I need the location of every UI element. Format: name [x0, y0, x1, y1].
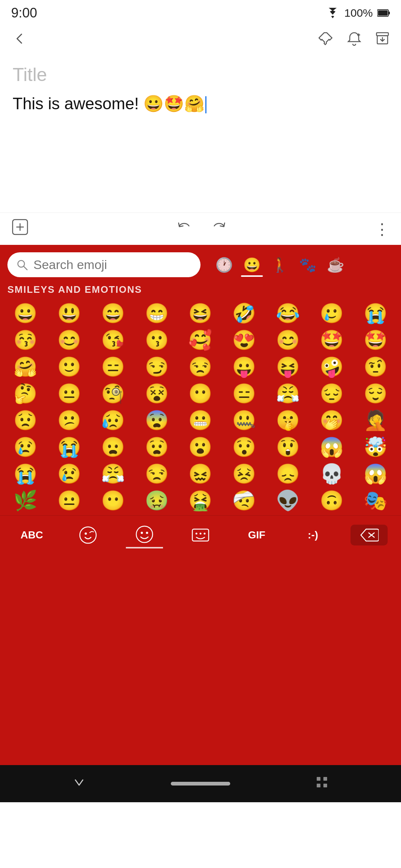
list-item[interactable]: 🤮: [179, 487, 222, 514]
nav-back-button[interactable]: [72, 775, 87, 793]
redo-button[interactable]: [211, 218, 228, 239]
list-item[interactable]: 🙃: [310, 487, 353, 514]
cat-tab-smileys[interactable]: 😀: [238, 254, 266, 276]
list-item[interactable]: 😣: [222, 460, 266, 487]
cat-tab-recent[interactable]: 🕐: [210, 254, 238, 276]
list-item[interactable]: 😂: [266, 300, 310, 327]
list-item[interactable]: 🤨: [353, 353, 397, 380]
list-item[interactable]: 😑: [222, 380, 266, 407]
switch-to-abc-button[interactable]: ABC: [13, 526, 50, 544]
list-item[interactable]: 👽: [266, 487, 310, 514]
list-item[interactable]: 🤕: [222, 487, 266, 514]
list-item[interactable]: 😛: [222, 353, 266, 380]
note-body[interactable]: This is awesome! 😀🤩🤗: [13, 92, 388, 115]
list-item[interactable]: 😘: [91, 327, 135, 353]
cat-tab-food[interactable]: ☕: [322, 254, 349, 276]
list-item[interactable]: 🤪: [310, 353, 353, 380]
back-button[interactable]: [11, 32, 26, 49]
list-item[interactable]: 😭: [353, 300, 397, 327]
list-item[interactable]: 😊: [48, 327, 91, 353]
list-item[interactable]: 🙂: [48, 353, 91, 380]
list-item[interactable]: 😵: [135, 380, 179, 407]
list-item[interactable]: 😶: [179, 380, 222, 407]
list-item[interactable]: 😆: [179, 300, 222, 327]
search-emoji-input[interactable]: [33, 258, 192, 272]
list-item[interactable]: 😁: [135, 300, 179, 327]
list-item[interactable]: 😭: [48, 434, 91, 460]
backspace-button[interactable]: [351, 525, 388, 545]
list-item[interactable]: 😤: [91, 460, 135, 487]
list-item[interactable]: 🌿: [4, 487, 48, 514]
list-item[interactable]: 😔: [310, 380, 353, 407]
list-item[interactable]: 😥: [91, 407, 135, 434]
list-item[interactable]: 😍: [222, 327, 266, 353]
note-title-placeholder[interactable]: Title: [13, 64, 388, 85]
list-item[interactable]: 😗: [135, 327, 179, 353]
list-item[interactable]: 😊: [266, 327, 310, 353]
list-item[interactable]: 😯: [222, 434, 266, 460]
list-item[interactable]: 😃: [48, 300, 91, 327]
list-item[interactable]: 🤣: [222, 300, 266, 327]
list-item[interactable]: 😶: [91, 487, 135, 514]
list-item[interactable]: 😏: [135, 353, 179, 380]
list-item[interactable]: 🤢: [135, 487, 179, 514]
nav-recents-button[interactable]: [314, 775, 329, 793]
nav-home-pill[interactable]: [171, 782, 230, 786]
list-item[interactable]: 😱: [310, 434, 353, 460]
list-item[interactable]: 😝: [266, 353, 310, 380]
list-item[interactable]: 🤯: [353, 434, 397, 460]
list-item[interactable]: 😑: [91, 353, 135, 380]
list-item[interactable]: 😞: [266, 460, 310, 487]
list-item[interactable]: 🥰: [179, 327, 222, 353]
list-item[interactable]: 😧: [135, 434, 179, 460]
cat-tab-animals[interactable]: 🐾: [294, 254, 322, 276]
list-item[interactable]: 💀: [310, 460, 353, 487]
cat-tab-people[interactable]: 🚶: [266, 254, 294, 276]
list-item[interactable]: 🤩: [353, 327, 397, 353]
list-item[interactable]: 😀: [4, 300, 48, 327]
list-item[interactable]: 😐: [48, 487, 91, 514]
edit-toolbar-left: [11, 218, 29, 240]
emoji-keyboard-button[interactable]: [182, 522, 219, 548]
list-item[interactable]: 🤦: [353, 407, 397, 434]
archive-icon[interactable]: [375, 31, 390, 50]
list-item[interactable]: 😚: [4, 327, 48, 353]
pin-icon[interactable]: [319, 31, 333, 50]
list-item[interactable]: 🎭: [353, 487, 397, 514]
sticker-button[interactable]: [69, 522, 107, 548]
list-item[interactable]: 😄: [91, 300, 135, 327]
list-item[interactable]: 😢: [48, 460, 91, 487]
list-item[interactable]: 🤐: [222, 407, 266, 434]
list-item[interactable]: 🤗: [4, 353, 48, 380]
list-item[interactable]: 🤭: [310, 407, 353, 434]
search-input-wrapper[interactable]: [7, 252, 200, 277]
list-item[interactable]: 😒: [135, 460, 179, 487]
list-item[interactable]: 😦: [91, 434, 135, 460]
list-item[interactable]: 😱: [353, 460, 397, 487]
list-item[interactable]: 😢: [4, 434, 48, 460]
list-item[interactable]: 😖: [179, 460, 222, 487]
emoji-button[interactable]: [126, 522, 163, 548]
more-options-button[interactable]: ⋮: [374, 220, 390, 238]
add-content-button[interactable]: [11, 218, 29, 240]
list-item[interactable]: 🥲: [310, 300, 353, 327]
list-item[interactable]: 🧐: [91, 380, 135, 407]
list-item[interactable]: 🤔: [4, 380, 48, 407]
undo-button[interactable]: [176, 218, 193, 239]
list-item[interactable]: 😭: [4, 460, 48, 487]
gif-button[interactable]: GIF: [238, 526, 275, 544]
list-item[interactable]: 😨: [135, 407, 179, 434]
list-item[interactable]: 🤩: [310, 327, 353, 353]
list-item[interactable]: 😮: [179, 434, 222, 460]
list-item[interactable]: 😲: [266, 434, 310, 460]
list-item[interactable]: 😟: [4, 407, 48, 434]
list-item[interactable]: 😤: [266, 380, 310, 407]
notification-bell-icon[interactable]: [347, 31, 362, 50]
list-item[interactable]: 😒: [179, 353, 222, 380]
ascii-button[interactable]: :-): [294, 526, 332, 544]
list-item[interactable]: 😌: [353, 380, 397, 407]
list-item[interactable]: 😬: [179, 407, 222, 434]
list-item[interactable]: 😕: [48, 407, 91, 434]
list-item[interactable]: 🤫: [266, 407, 310, 434]
list-item[interactable]: 😐: [48, 380, 91, 407]
